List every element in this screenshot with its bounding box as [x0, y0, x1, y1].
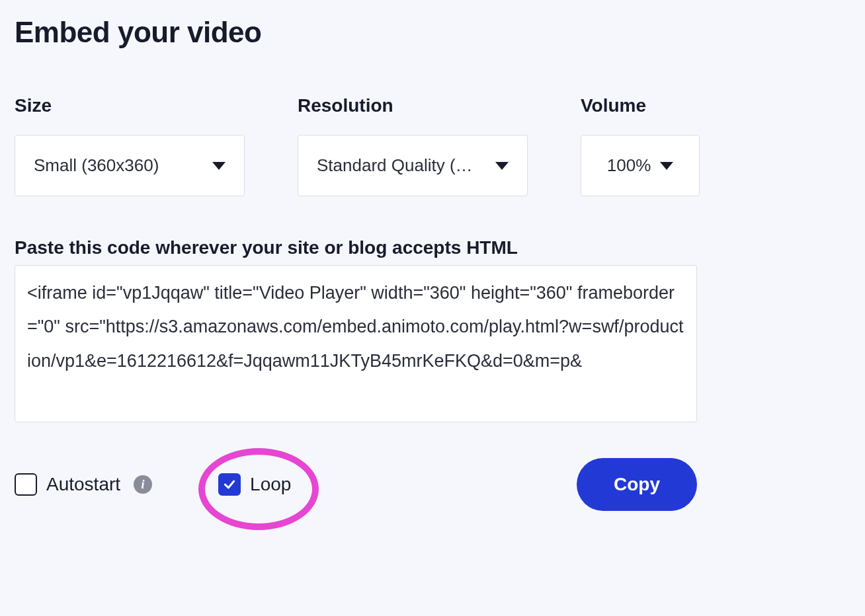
- page-title: Embed your video: [15, 16, 850, 49]
- copy-button[interactable]: Copy: [577, 458, 697, 511]
- loop-label: Loop: [250, 474, 291, 495]
- resolution-label: Resolution: [298, 95, 528, 116]
- autostart-checkbox[interactable]: [15, 473, 37, 496]
- volume-value: 100%: [607, 155, 651, 176]
- size-label: Size: [15, 95, 245, 116]
- loop-checkbox[interactable]: [218, 473, 241, 496]
- resolution-group: Resolution Standard Quality (…: [298, 95, 528, 196]
- volume-label: Volume: [581, 95, 700, 116]
- caret-down-icon: [660, 162, 673, 170]
- caret-down-icon: [212, 162, 226, 170]
- autostart-option: Autostart i: [15, 473, 152, 496]
- volume-group: Volume 100%: [581, 95, 700, 196]
- size-group: Size Small (360x360): [15, 95, 245, 196]
- resolution-select[interactable]: Standard Quality (…: [298, 135, 528, 196]
- paste-instruction: Paste this code wherever your site or bl…: [15, 237, 850, 258]
- resolution-value: Standard Quality (…: [317, 155, 473, 176]
- size-value: Small (360x360): [34, 155, 159, 176]
- loop-option: Loop: [218, 473, 291, 496]
- info-icon[interactable]: i: [134, 475, 152, 494]
- size-select[interactable]: Small (360x360): [15, 135, 245, 196]
- controls-row: Size Small (360x360) Resolution Standard…: [15, 95, 850, 196]
- caret-down-icon: [495, 162, 509, 170]
- autostart-label: Autostart: [46, 474, 120, 495]
- bottom-row: Autostart i Loop Copy: [15, 458, 697, 511]
- volume-select[interactable]: 100%: [581, 135, 700, 196]
- embed-code-box[interactable]: <iframe id="vp1Jqqaw" title="Video Playe…: [15, 265, 697, 422]
